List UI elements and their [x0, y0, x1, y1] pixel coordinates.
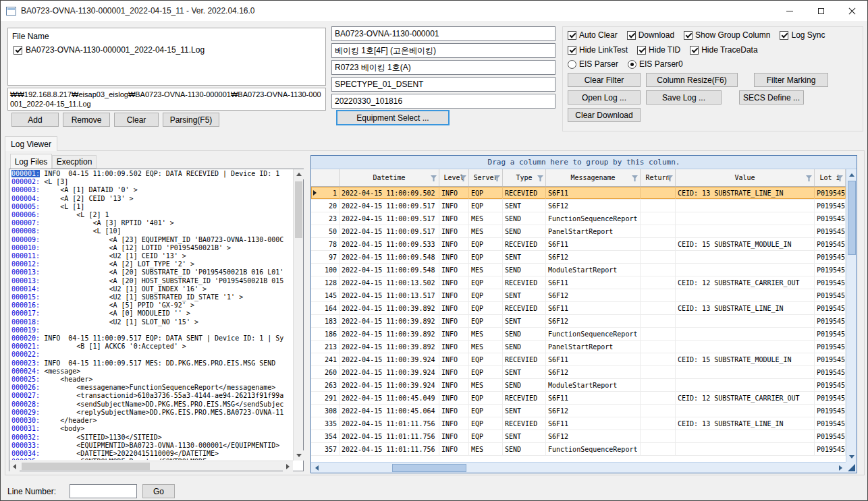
grid-scroll-right-button[interactable] [835, 463, 846, 473]
tab-log-files[interactable]: Log Files [10, 154, 52, 169]
add-button[interactable]: Add [11, 113, 59, 127]
option-label: Download [639, 30, 674, 40]
table-row[interactable]: 232022-04-15 11:00:09.517INFOMESSENDFunc… [311, 212, 846, 225]
grid-header-value[interactable]: Value [676, 169, 815, 186]
log-file-viewer[interactable]: 000001: INFO 04-15 11:00:09.502 EQP: DAT… [9, 169, 304, 471]
grid-cell [641, 341, 676, 353]
secs-define-button[interactable]: SECS Define ... [739, 90, 804, 105]
grid-cell: EQP [469, 417, 503, 430]
log-hscroll-thumb[interactable] [22, 463, 150, 470]
table-row[interactable]: 3572022-04-15 11:01:11.756INFOMESSENDFun… [311, 443, 846, 456]
grid-scroll-left-button[interactable] [311, 463, 322, 473]
table-row[interactable]: 12022-04-15 11:00:09.502INFOEQPRECEVIEDS… [311, 187, 846, 200]
clear-filter-button[interactable]: Clear Filter [568, 73, 641, 87]
checkbox-log-sync[interactable]: Log Sync [780, 30, 825, 40]
table-row[interactable]: 972022-04-15 11:00:09.548INFOEQPSENTS6F1… [311, 251, 846, 264]
table-row[interactable]: 1642022-04-15 11:00:39.892INFOEQPRECEVIE… [311, 302, 846, 315]
tab-log-viewer[interactable]: Log Viewer [5, 136, 57, 151]
grid-header-level[interactable]: Level [439, 169, 469, 186]
checkbox-show-group-column[interactable]: Show Group Column [684, 30, 770, 40]
table-row[interactable]: 2132022-04-15 11:00:39.892INFOMESSENDPan… [311, 341, 846, 353]
table-row[interactable]: 1832022-04-15 11:00:39.892INFOEQPSENTS6F… [311, 315, 846, 328]
checkbox-download[interactable]: Download [627, 30, 674, 40]
filter-icon[interactable] [537, 175, 543, 181]
filter-icon[interactable] [431, 175, 437, 181]
grid-cell: 2022-04-15 11:01:11.756 [340, 443, 439, 455]
grid-header-type[interactable]: Type [503, 169, 546, 186]
equipment-line-field[interactable]: R0723 베이킹 1호(A) [331, 60, 555, 75]
checkbox-hide-tid[interactable]: Hide TID [637, 45, 680, 55]
table-row[interactable]: 3542022-04-15 11:01:11.756INFOEQPSENTS6F… [311, 430, 846, 443]
grid-horizontal-scrollbar[interactable] [311, 462, 846, 473]
filter-marking-button[interactable]: Filter Marking [754, 73, 828, 87]
grid-vscroll-thumb[interactable] [848, 181, 856, 255]
grid-cell: P0195450021B [815, 443, 846, 455]
file-checkbox[interactable] [13, 46, 22, 55]
grid-scroll-up-button[interactable] [846, 169, 857, 180]
checkbox-hide-tracedata[interactable]: Hide TraceData [690, 45, 757, 55]
grid-header-messagename[interactable]: Messagename [546, 169, 641, 186]
table-row[interactable]: 502022-04-15 11:00:09.517INFOMESSENDPane… [311, 225, 846, 238]
log-line-text: INFO 04-15 11:00:09.502 EQP: DATA RECEVI… [40, 170, 279, 177]
grid-scroll-down-button[interactable] [846, 451, 857, 462]
log-vertical-scrollbar[interactable] [293, 169, 303, 461]
clear-download-button[interactable]: Clear Download [568, 108, 641, 122]
radio-eis-parser[interactable]: EIS Parser [568, 59, 618, 69]
open-log-button[interactable]: Open Log ... [568, 90, 641, 105]
spec-date-field[interactable]: 20220330_101816 [331, 94, 555, 109]
log-vscroll-thumb[interactable] [295, 181, 302, 238]
column-resize-button[interactable]: Column Resize(F6) [646, 73, 738, 87]
grid-header-lot-i[interactable]: Lot i [815, 169, 846, 186]
table-row[interactable]: 2602022-04-15 11:00:39.924INFOEQPSENTS6F… [311, 366, 846, 379]
grid-hscroll-thumb[interactable] [392, 464, 466, 472]
save-log-button[interactable]: Save Log ... [646, 90, 722, 105]
log-horizontal-scrollbar[interactable] [9, 461, 293, 471]
table-row[interactable]: 3352022-04-15 11:01:11.756INFOEQPRECEVIE… [311, 417, 846, 430]
close-button[interactable] [836, 1, 867, 21]
parsing-button[interactable]: Parsing(F5) [163, 113, 219, 127]
grid-vertical-scrollbar[interactable] [846, 169, 857, 462]
grid-header-server[interactable]: Server [469, 169, 503, 186]
row-indicator-cell: 308 [311, 405, 340, 417]
table-row[interactable]: 1282022-04-15 11:00:13.502INFOEQPRECEVIE… [311, 276, 846, 289]
scroll-right-button[interactable] [283, 461, 293, 471]
table-row[interactable]: 1002022-04-15 11:00:09.548INFOMESSENDMod… [311, 264, 846, 276]
scroll-left-button[interactable] [9, 461, 20, 471]
minimize-button[interactable] [774, 1, 805, 21]
clear-button[interactable]: Clear [114, 113, 159, 127]
equipment-name-field[interactable]: 베이킹 1호[4F] (고온베이킹) [331, 43, 555, 58]
grid-cell: EQP [469, 392, 503, 404]
spec-type-field[interactable]: SPECTYPE_01_DSENT [331, 77, 555, 92]
maximize-button[interactable] [805, 1, 836, 21]
log-line: 000012: <A [2] LOT_TYPE '2' > [11, 260, 292, 268]
table-row[interactable]: 2632022-04-15 11:00:39.924INFOMESSENDMod… [311, 379, 846, 392]
tab-exception[interactable]: Execption [52, 155, 97, 169]
log-line-text: <B [1] ACKC6 '0:Accepted' > [40, 343, 186, 350]
equipment-id-field[interactable]: BA0723-OVNA-1130-000001 [331, 26, 555, 41]
go-button[interactable]: Go [142, 484, 175, 498]
filter-icon[interactable] [806, 175, 812, 181]
table-row[interactable]: 1862022-04-15 11:00:39.892INFOMESSENDFun… [311, 328, 846, 341]
table-row[interactable]: 782022-04-15 11:00:09.533INFOEQPRECEVIED… [311, 238, 846, 251]
grid-header-datetime[interactable]: Datetime [340, 169, 439, 186]
equipment-select-button[interactable]: Equipment Select ... [336, 110, 450, 125]
remove-button[interactable]: Remove [63, 113, 110, 127]
radio-eis-parser0[interactable]: EIS Parser0 [628, 59, 683, 69]
checkbox-auto-clear[interactable]: Auto Clear [568, 30, 618, 40]
filter-icon[interactable] [632, 175, 638, 181]
table-row[interactable]: 3082022-04-15 11:00:45.064INFOEQPSENTS6F… [311, 405, 846, 417]
grid-header-return[interactable]: Return [641, 169, 676, 186]
grid-group-bar[interactable]: Drag a column here to group by this colu… [311, 156, 857, 169]
grid-resize-grip[interactable] [846, 462, 857, 473]
scroll-down-button[interactable] [294, 450, 304, 461]
table-row[interactable]: 2412022-04-15 11:00:39.924INFOEQPRECEVIE… [311, 353, 846, 366]
table-row[interactable]: 202022-04-15 11:00:09.517INFOEQPSENTS6F1… [311, 200, 846, 212]
table-row[interactable]: 1452022-04-15 11:00:13.517INFOEQPSENTS6F… [311, 289, 846, 302]
file-path-box[interactable]: ₩₩192.168.8.217₩eisap03_eislog₩BA0723-OV… [7, 88, 326, 111]
table-row[interactable]: 2912022-04-15 11:00:45.049INFOEQPRECEVIE… [311, 392, 846, 405]
grid-header-indicator[interactable] [311, 169, 340, 186]
scroll-up-button[interactable] [294, 169, 304, 179]
file-list-item[interactable]: BA0723-OVNA-1130-000001_2022-04-15_11.Lo… [13, 45, 325, 55]
line-number-input[interactable] [70, 484, 137, 498]
checkbox-hide-linktest[interactable]: Hide LinkTest [568, 45, 628, 55]
